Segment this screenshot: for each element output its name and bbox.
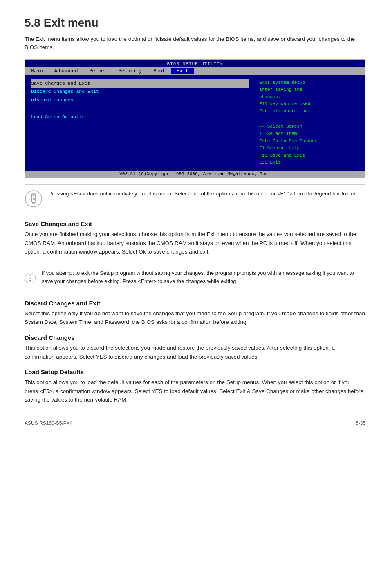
bios-help-line3: changes. bbox=[259, 94, 360, 101]
bios-option-save-exit[interactable]: Save Changes and Exit bbox=[31, 79, 249, 88]
page-footer: ASUS RS160-S5/PX4 5-35 bbox=[25, 417, 365, 426]
svg-rect-2 bbox=[32, 194, 35, 196]
bios-screen: BIOS SETUP UTILITY Main Advanced Server … bbox=[25, 59, 365, 178]
note-box-1: Pressing <Esc> does not immediately exit… bbox=[25, 184, 365, 213]
bios-help-line2: after saving the bbox=[259, 86, 360, 94]
section-heading-save-exit: Save Changes and Exit bbox=[25, 220, 365, 227]
menu-main[interactable]: Main bbox=[25, 68, 49, 74]
bios-legend-enter: EnterGo to Sub Screen bbox=[259, 138, 360, 145]
menu-server[interactable]: Server bbox=[83, 68, 112, 74]
bios-legend-f10: F10 Save and Exit bbox=[259, 152, 360, 159]
bios-option-discard-exit[interactable]: Discard Changes and Exit bbox=[31, 88, 249, 96]
menu-advanced[interactable]: Advanced bbox=[49, 68, 84, 74]
menu-exit[interactable]: Exit bbox=[171, 68, 194, 74]
bios-option-load-defaults[interactable]: Load Setup Defaults bbox=[31, 113, 249, 121]
menu-boot[interactable]: Boot bbox=[148, 68, 171, 74]
bios-legend-arrows: ←→ Select Screen bbox=[259, 123, 360, 130]
svg-rect-9 bbox=[29, 275, 31, 276]
bios-footer: V02.61 (C)Copyright 1985-2006, American … bbox=[25, 171, 365, 177]
section-heading-discard-exit: Discard Changes and Exit bbox=[25, 300, 365, 307]
section-body-discard-exit: Select this option only if you do not wa… bbox=[25, 309, 365, 327]
bios-help-line1: Exit system setup bbox=[259, 79, 360, 87]
section-heading-load-defaults: Load Setup Defaults bbox=[25, 368, 365, 375]
note-text-1: Pressing <Esc> does not immediately exit… bbox=[48, 190, 357, 198]
bios-option-discard[interactable]: Discard Changes bbox=[31, 96, 249, 105]
bios-legend-esc: ESC Exit bbox=[259, 159, 360, 166]
footer-left: ASUS RS160-S5/PX4 bbox=[25, 420, 72, 426]
section-body-load-defaults: This option allows you to load the defau… bbox=[25, 378, 365, 404]
bios-right-panel: Exit system setup after saving the chang… bbox=[254, 75, 365, 171]
bios-legend-f1: F1 General Help bbox=[259, 145, 360, 152]
bios-help-line4: F10 key can be used bbox=[259, 101, 360, 108]
section-body-discard: This option allows you to discard the se… bbox=[25, 343, 365, 361]
note-icon-1 bbox=[25, 190, 43, 208]
bios-content: Save Changes and Exit Discard Changes an… bbox=[25, 75, 365, 171]
bios-menu-bar: Main Advanced Server Security Boot Exit bbox=[25, 67, 365, 75]
menu-security[interactable]: Security bbox=[113, 68, 148, 74]
bios-legend-updown: ↑↓ Select Item bbox=[259, 130, 360, 138]
note-icon-2 bbox=[25, 269, 36, 287]
section-body-save-exit: Once you are finished making your select… bbox=[25, 230, 365, 256]
footer-right: 5-35 bbox=[356, 420, 365, 426]
intro-text: The Exit menu items allow you to load th… bbox=[25, 35, 365, 52]
bios-title: BIOS SETUP UTILITY bbox=[25, 60, 365, 67]
note-box-2: If you attempt to exit the Setup program… bbox=[25, 264, 365, 292]
bios-left-panel: Save Changes and Exit Discard Changes an… bbox=[25, 75, 254, 171]
section-heading-discard: Discard Changes bbox=[25, 334, 365, 341]
bios-help-line5: for this operation. bbox=[259, 108, 360, 115]
bios-legend: ←→ Select Screen ↑↓ Select Item EnterGo … bbox=[259, 123, 360, 166]
page-title: 5.8 Exit menu bbox=[25, 16, 365, 29]
bios-option-blank bbox=[31, 105, 249, 113]
note-text-2: If you attempt to exit the Setup program… bbox=[42, 269, 365, 285]
